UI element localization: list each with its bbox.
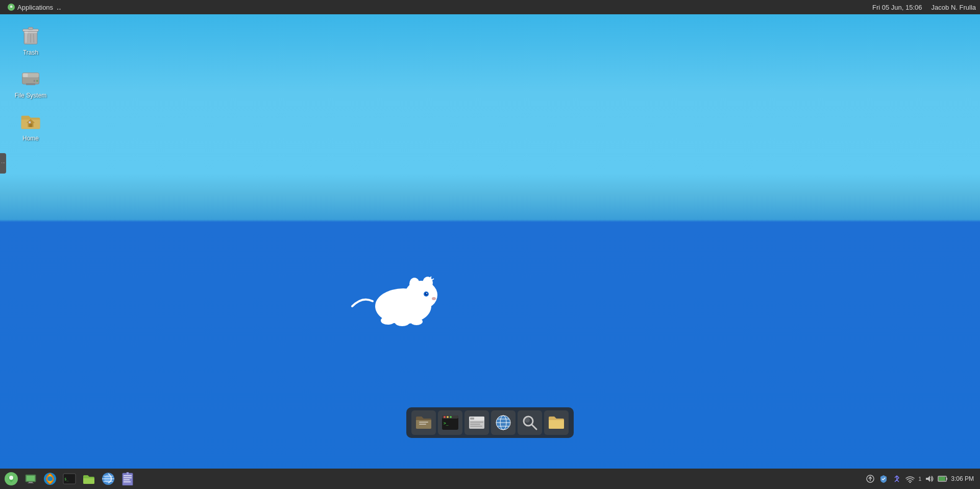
svg-point-77 <box>910 482 911 483</box>
dock-filemanager-icon <box>468 413 486 432</box>
svg-rect-32 <box>419 424 426 425</box>
svg-point-36 <box>447 416 449 418</box>
firefox-icon <box>43 472 57 486</box>
taskbar-clock: 3:06 PM <box>951 475 974 482</box>
svg-point-53 <box>525 418 530 423</box>
svg-point-25 <box>425 292 428 296</box>
mouse-mascot <box>347 265 449 327</box>
desktop-icon-filesystem[interactable]: File System <box>10 63 51 101</box>
svg-point-27 <box>432 297 436 300</box>
tray-security-icon[interactable] <box>878 474 889 484</box>
desktop-icon-trash[interactable]: Trash <box>10 20 51 58</box>
svg-text:>_: >_ <box>444 421 449 426</box>
svg-line-52 <box>532 425 536 429</box>
taskbar-terminal[interactable]: $_ <box>60 470 79 487</box>
desktop-icons-area: Trash File System <box>10 20 51 144</box>
dock-item-search[interactable] <box>518 410 542 435</box>
side-panel-toggle-icon: ⋮ <box>1 161 5 166</box>
tray-wifi-icon[interactable] <box>905 474 915 484</box>
svg-point-26 <box>426 293 427 294</box>
taskbar-mint-menu[interactable] <box>2 470 20 487</box>
dock-folder-dark-icon <box>414 413 433 432</box>
svg-rect-41 <box>470 418 474 420</box>
menubar-right: Fri 05 Jun, 15:06 Jacob N. Frulla <box>872 4 976 11</box>
filesystem-label: File System <box>15 92 47 99</box>
svg-rect-59 <box>28 483 34 483</box>
taskbar-iceweasel[interactable] <box>99 470 117 487</box>
svg-rect-74 <box>127 472 129 475</box>
svg-point-61 <box>47 476 53 481</box>
trash-label: Trash <box>23 49 38 56</box>
taskbar-tray: 1 3:06 PM <box>865 474 978 484</box>
filesystem-icon <box>18 65 43 90</box>
svg-point-55 <box>9 476 13 480</box>
dock-item-terminal[interactable]: >_ <box>438 410 462 435</box>
taskbar-firefox[interactable] <box>41 470 59 487</box>
dock-item-folder[interactable] <box>544 410 569 435</box>
side-panel-toggle[interactable]: ⋮ <box>0 153 6 174</box>
svg-rect-9 <box>25 32 28 43</box>
svg-point-28 <box>381 316 395 325</box>
svg-point-14 <box>36 80 38 82</box>
nemo-icon <box>82 472 96 486</box>
show-desktop-icon <box>24 473 37 485</box>
taskbar-notepad[interactable] <box>118 470 137 487</box>
svg-rect-44 <box>470 426 482 427</box>
svg-rect-57 <box>27 476 35 481</box>
svg-rect-73 <box>124 481 131 482</box>
dock-item-files[interactable] <box>411 410 436 435</box>
dock-item-filemanager[interactable] <box>464 410 489 435</box>
taskbar-terminal-icon: $_ <box>63 472 76 485</box>
taskbar-nemo[interactable] <box>80 470 98 487</box>
svg-point-1 <box>10 6 13 8</box>
desktop-icon-home[interactable]: Home <box>10 106 51 144</box>
taskbar-show-desktop[interactable] <box>21 470 40 487</box>
svg-point-35 <box>444 416 446 418</box>
menubar-datetime: Fri 05 Jun, 15:06 <box>872 4 922 11</box>
svg-point-20 <box>409 278 420 290</box>
svg-rect-42 <box>470 422 483 423</box>
svg-rect-70 <box>124 475 132 476</box>
svg-point-21 <box>423 277 433 289</box>
applications-menu[interactable]: Applications ‥ <box>4 0 64 16</box>
svg-rect-5 <box>28 27 33 30</box>
svg-rect-17 <box>29 121 31 124</box>
dock-search-icon <box>521 413 539 432</box>
svg-line-8 <box>34 34 34 42</box>
tray-update-icon[interactable] <box>865 474 875 484</box>
menubar: Applications ‥ Fri 05 Jun, 15:06 Jacob N… <box>0 0 980 14</box>
svg-rect-43 <box>470 424 480 425</box>
taskbar: $_ <box>0 469 980 489</box>
svg-rect-13 <box>23 74 28 77</box>
svg-text:$_: $_ <box>64 477 69 481</box>
menubar-left: Applications ‥ <box>4 0 64 16</box>
mint-logo-icon <box>4 472 18 486</box>
tray-bluetooth-icon[interactable] <box>892 474 902 484</box>
taskbar-apps: $_ <box>2 470 137 487</box>
mint-menu-icon <box>7 3 15 11</box>
svg-rect-72 <box>124 479 130 480</box>
dock-terminal-icon: >_ <box>441 413 459 432</box>
dock-browser-icon <box>494 413 512 432</box>
dock-item-browser[interactable] <box>491 410 516 435</box>
dock-folder-light-icon <box>547 413 566 432</box>
svg-point-30 <box>410 318 423 325</box>
mouse-mascot-svg <box>347 265 449 327</box>
menubar-username: Jacob N. Frulla <box>932 4 976 11</box>
home-icon <box>18 108 43 133</box>
notepad-icon <box>121 472 134 485</box>
trash-icon <box>18 22 43 47</box>
svg-rect-31 <box>419 422 428 423</box>
svg-rect-71 <box>124 477 132 478</box>
iceweasel-icon <box>101 472 115 486</box>
svg-point-29 <box>395 319 409 326</box>
tray-battery-icon[interactable] <box>938 474 948 484</box>
applications-separator: ‥ <box>55 4 61 11</box>
svg-rect-16 <box>29 124 32 127</box>
svg-rect-80 <box>939 477 945 481</box>
svg-point-37 <box>450 416 452 418</box>
home-label: Home <box>22 135 39 142</box>
floating-dock: >_ <box>406 407 574 438</box>
tray-volume-icon[interactable] <box>924 474 935 484</box>
svg-rect-58 <box>29 482 33 483</box>
